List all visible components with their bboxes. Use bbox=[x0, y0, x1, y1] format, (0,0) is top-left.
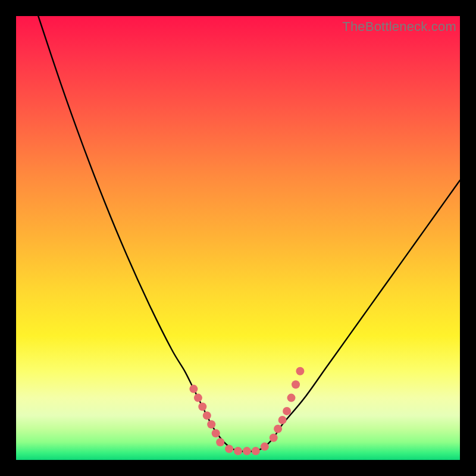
marker-dot bbox=[296, 367, 304, 375]
marker-dot bbox=[283, 407, 291, 415]
bottleneck-curve bbox=[38, 16, 460, 452]
marker-dot bbox=[212, 429, 220, 437]
marker-dot bbox=[216, 438, 224, 446]
plot-area: TheBottleneck.com bbox=[16, 16, 460, 460]
marker-dot bbox=[278, 416, 287, 424]
marker-dot bbox=[243, 447, 251, 455]
marker-dot bbox=[189, 385, 198, 393]
curve-svg bbox=[16, 16, 460, 460]
marker-dot bbox=[207, 420, 215, 428]
marker-dot bbox=[225, 444, 233, 453]
marker-group bbox=[189, 367, 304, 455]
chart-frame: TheBottleneck.com bbox=[0, 0, 476, 476]
marker-dot bbox=[234, 447, 242, 455]
marker-dot bbox=[287, 394, 296, 402]
marker-dot bbox=[261, 443, 269, 451]
marker-dot bbox=[203, 411, 211, 419]
marker-dot bbox=[270, 434, 278, 442]
marker-dot bbox=[252, 447, 260, 455]
marker-dot bbox=[194, 394, 202, 402]
marker-dot bbox=[274, 425, 282, 433]
marker-dot bbox=[198, 403, 206, 411]
marker-dot bbox=[292, 380, 300, 389]
